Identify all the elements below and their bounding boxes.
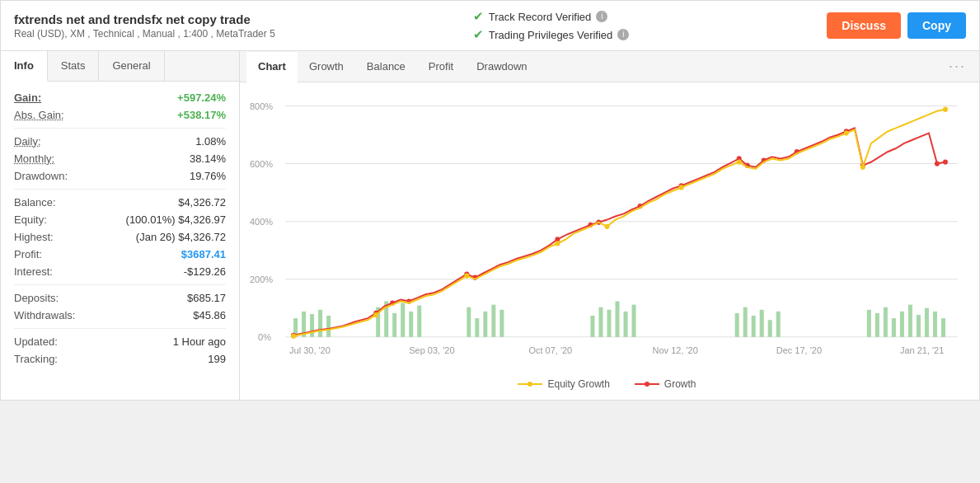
info-icon-2[interactable]: i xyxy=(617,29,629,40)
abs-gain-value: +538.17% xyxy=(177,109,226,121)
page-title: fxtrends net and trendsfx net copy trade xyxy=(14,12,275,26)
bar-10 xyxy=(409,312,413,337)
y-label-800: 800% xyxy=(250,101,273,111)
chart-tab-drawdown[interactable]: Drawdown xyxy=(465,52,538,81)
interest-label: Interest: xyxy=(14,265,53,278)
bar-8 xyxy=(392,313,396,337)
bar-14 xyxy=(483,312,487,337)
drawdown-label: Drawdown: xyxy=(14,170,68,182)
more-options-button[interactable]: ··· xyxy=(942,51,973,82)
tab-info[interactable]: Info xyxy=(1,51,48,82)
equity-dot-8 xyxy=(860,165,865,170)
tracking-label: Tracking: xyxy=(14,353,58,365)
withdrawals-row: Withdrawals: $45.86 xyxy=(14,309,226,321)
updated-label: Updated: xyxy=(14,335,58,348)
right-panel: Chart Growth Balance Profit Drawdown ···… xyxy=(240,51,979,400)
balance-row: Balance: $4,326.72 xyxy=(14,196,226,209)
x-label-oct: Oct 07, '20 xyxy=(528,345,572,355)
bar-20 xyxy=(616,302,620,337)
bar-23 xyxy=(735,313,739,337)
growth-dot-17 xyxy=(935,162,940,166)
y-label-400: 400% xyxy=(250,217,273,227)
legend-growth: Growth xyxy=(635,378,696,390)
withdrawals-label: Withdrawals: xyxy=(14,309,75,321)
tracking-value: 199 xyxy=(208,353,226,365)
svg-point-3 xyxy=(645,382,649,387)
header-subtitle: Real (USD), XM , Technical , Manual , 1:… xyxy=(14,28,275,40)
bar-11 xyxy=(417,306,421,337)
left-tabs: Info Stats General xyxy=(1,51,239,82)
equity-label: Equity: xyxy=(14,213,47,226)
bar-22 xyxy=(632,305,636,337)
bar-31 xyxy=(884,307,888,337)
bar-30 xyxy=(875,313,879,337)
chart-area: .grid-line { stroke: #e0e0e0; stroke-wid… xyxy=(240,82,979,400)
profit-row: Profit: $3687.41 xyxy=(14,248,226,260)
divider-2 xyxy=(14,189,226,190)
verified-text-1: Track Record Verified xyxy=(489,11,592,23)
x-label-jul: Jul 30, '20 xyxy=(289,345,331,355)
equity-dot-2 xyxy=(464,274,469,279)
chart-tab-chart[interactable]: Chart xyxy=(246,52,298,82)
legend-equity-growth: Equity Growth xyxy=(518,378,609,390)
x-label-jan: Jan 21, '21 xyxy=(900,345,944,355)
legend-growth-label: Growth xyxy=(664,378,696,390)
divider-4 xyxy=(14,328,226,329)
bar-36 xyxy=(925,308,929,337)
bar-3 xyxy=(310,314,314,337)
equity-dot-3 xyxy=(555,241,560,246)
legend-equity-label: Equity Growth xyxy=(547,378,609,390)
tab-stats[interactable]: Stats xyxy=(48,51,100,81)
daily-row: Daily: 1.08% xyxy=(14,135,226,148)
y-label-600: 600% xyxy=(250,159,273,169)
x-label-nov: Nov 12, '20 xyxy=(653,345,698,355)
monthly-value: 38.14% xyxy=(190,152,226,165)
equity-dot-start xyxy=(291,334,296,339)
bar-18 xyxy=(598,307,603,337)
interest-value: -$129.26 xyxy=(184,265,226,278)
bar-5 xyxy=(326,316,331,337)
discuss-button[interactable]: Discuss xyxy=(827,12,901,39)
gain-label: Gain: xyxy=(14,91,41,104)
bar-27 xyxy=(768,320,772,337)
bar-32 xyxy=(892,318,896,337)
chart-legend: Equity Growth Growth xyxy=(248,373,966,396)
profit-value: $3687.41 xyxy=(181,248,226,260)
daily-value: 1.08% xyxy=(195,135,226,148)
info-icon-1[interactable]: i xyxy=(596,11,607,22)
chart-tab-balance[interactable]: Balance xyxy=(355,52,417,81)
growth-chart: .grid-line { stroke: #e0e0e0; stroke-wid… xyxy=(248,91,966,371)
main-container: fxtrends net and trendsfx net copy trade… xyxy=(0,0,980,401)
drawdown-row: Drawdown: 19.76% xyxy=(14,170,226,182)
header-center: ✔ Track Record Verified i ✔ Trading Priv… xyxy=(473,9,630,42)
chart-tab-profit[interactable]: Profit xyxy=(417,52,465,81)
bar-25 xyxy=(752,316,756,337)
divider-1 xyxy=(14,128,226,129)
deposits-row: Deposits: $685.17 xyxy=(14,292,226,304)
stats-section: Gain: +597.24% Abs. Gain: +538.17% Daily… xyxy=(1,82,239,380)
left-panel: Info Stats General Gain: +597.24% Abs. G… xyxy=(1,51,240,400)
drawdown-value: 19.76% xyxy=(190,170,226,182)
svg-point-1 xyxy=(528,382,532,387)
highest-label: Highest: xyxy=(14,231,54,243)
bar-26 xyxy=(760,310,764,337)
abs-gain-label: Abs. Gain: xyxy=(14,109,64,121)
bar-17 xyxy=(590,316,594,337)
tracking-row: Tracking: 199 xyxy=(14,353,226,365)
bar-29 xyxy=(867,310,871,337)
abs-gain-row: Abs. Gain: +538.17% xyxy=(14,109,226,121)
copy-button[interactable]: Copy xyxy=(907,12,966,39)
bar-35 xyxy=(917,315,921,337)
gain-row: Gain: +597.24% xyxy=(14,91,226,104)
legend-equity-icon xyxy=(518,379,542,389)
updated-value: 1 Hour ago xyxy=(173,335,226,348)
balance-value: $4,326.72 xyxy=(178,196,226,209)
bar-15 xyxy=(491,305,495,337)
equity-dot-1 xyxy=(373,312,378,317)
equity-value: (100.01%) $4,326.97 xyxy=(126,213,226,226)
tab-general[interactable]: General xyxy=(99,51,164,81)
chart-tab-growth[interactable]: Growth xyxy=(298,52,355,81)
profit-label: Profit: xyxy=(14,248,42,260)
bar-16 xyxy=(499,310,504,337)
bar-12 xyxy=(467,307,471,337)
